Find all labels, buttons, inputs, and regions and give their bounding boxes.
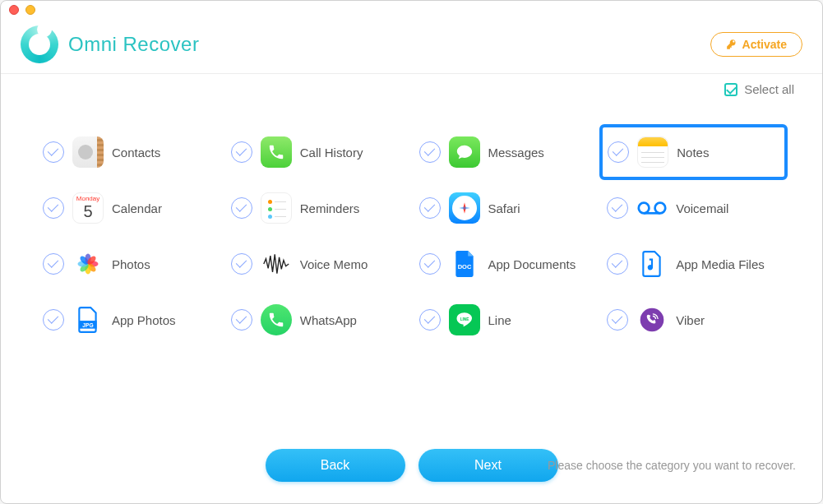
calendar-num: 5 xyxy=(83,202,92,220)
category-callhistory[interactable]: Call History xyxy=(224,124,412,180)
category-appmedia[interactable]: App Media Files xyxy=(599,236,788,292)
logo: Omni Recover xyxy=(21,25,199,63)
notes-icon xyxy=(637,136,668,168)
check-icon xyxy=(43,253,64,275)
category-label: WhatsApp xyxy=(300,313,357,327)
category-label: Reminders xyxy=(300,201,360,215)
category-label: App Documents xyxy=(488,257,576,271)
close-window-button[interactable] xyxy=(9,5,19,15)
activate-button[interactable]: Activate xyxy=(710,32,802,57)
check-icon xyxy=(419,197,441,219)
viber-icon xyxy=(636,304,668,335)
category-label: Call History xyxy=(300,146,363,160)
svg-text:JPG: JPG xyxy=(82,322,93,328)
category-label: App Media Files xyxy=(676,257,765,271)
category-contacts[interactable]: Contacts xyxy=(35,124,224,180)
category-viber[interactable]: Viber xyxy=(599,292,788,348)
category-reminders[interactable]: Reminders xyxy=(224,180,412,236)
svg-text:LINE: LINE xyxy=(460,317,469,321)
voicemail-icon xyxy=(636,192,668,224)
messages-icon xyxy=(449,136,480,168)
back-button[interactable]: Back xyxy=(266,449,405,482)
activate-label: Activate xyxy=(742,38,787,51)
category-safari[interactable]: Safari xyxy=(412,180,600,236)
check-icon xyxy=(607,309,628,331)
check-icon xyxy=(231,309,252,331)
svg-marker-1 xyxy=(459,206,469,209)
category-label: Line xyxy=(488,313,511,327)
check-icon xyxy=(607,253,628,275)
key-icon xyxy=(726,39,737,50)
category-line[interactable]: LINE Line xyxy=(412,292,600,348)
category-label: Safari xyxy=(488,201,520,215)
category-label: Viber xyxy=(676,313,705,327)
category-voicemail[interactable]: Voicemail xyxy=(599,180,788,236)
check-icon xyxy=(231,253,252,275)
window-titlebar xyxy=(1,1,822,19)
category-label: App Photos xyxy=(112,313,176,327)
category-label: Photos xyxy=(112,257,150,271)
app-window: Omni Recover Activate Select all Contact… xyxy=(0,0,823,504)
minimize-window-button[interactable] xyxy=(25,5,35,15)
doc-icon: DOC xyxy=(449,248,480,280)
check-icon xyxy=(419,141,441,163)
category-label: Calendar xyxy=(112,201,162,215)
category-label: Messages xyxy=(488,146,544,160)
safari-icon xyxy=(449,192,480,224)
footer-hint: Please choose the category you want to r… xyxy=(548,459,796,472)
svg-point-3 xyxy=(655,203,666,214)
category-voicememo[interactable]: Voice Memo xyxy=(224,236,412,292)
app-title: Omni Recover xyxy=(68,33,199,56)
category-notes[interactable]: Notes xyxy=(599,124,788,180)
category-appdocs[interactable]: DOC App Documents xyxy=(412,236,600,292)
category-calendar[interactable]: Monday 5 Calendar xyxy=(35,180,224,236)
whatsapp-icon xyxy=(261,304,292,335)
check-icon xyxy=(231,141,252,163)
category-label: Voicemail xyxy=(676,201,728,215)
category-whatsapp[interactable]: WhatsApp xyxy=(224,292,412,348)
check-icon xyxy=(231,197,252,219)
check-icon xyxy=(607,197,628,219)
calendar-icon: Monday 5 xyxy=(72,192,104,224)
check-icon xyxy=(419,309,441,331)
check-icon xyxy=(43,309,64,331)
line-icon: LINE xyxy=(449,304,480,335)
category-grid: Contacts Call History Messages Notes Mon… xyxy=(1,99,822,436)
next-button[interactable]: Next xyxy=(418,449,558,482)
category-label: Notes xyxy=(677,146,709,160)
music-file-icon xyxy=(636,248,668,280)
photos-icon xyxy=(72,248,104,280)
phone-icon xyxy=(261,136,292,168)
check-icon xyxy=(419,253,441,275)
svg-point-2 xyxy=(639,203,650,214)
calendar-day: Monday xyxy=(76,196,99,203)
check-icon xyxy=(608,141,629,163)
check-icon xyxy=(43,141,64,163)
jpg-file-icon: JPG xyxy=(72,304,104,335)
checkbox-icon xyxy=(724,83,737,96)
contacts-icon xyxy=(72,136,104,168)
category-appphotos[interactable]: JPG App Photos xyxy=(35,292,224,348)
svg-point-17 xyxy=(640,308,664,332)
check-icon xyxy=(43,197,64,219)
toolbar: Select all xyxy=(1,74,822,99)
svg-text:DOC: DOC xyxy=(457,263,471,270)
category-label: Contacts xyxy=(112,146,160,160)
category-messages[interactable]: Messages xyxy=(412,124,600,180)
header: Omni Recover Activate xyxy=(1,19,822,74)
category-photos[interactable]: Photos xyxy=(35,236,224,292)
logo-icon xyxy=(21,25,58,63)
footer: Back Next Please choose the category you… xyxy=(1,436,822,503)
select-all-label: Select all xyxy=(744,82,794,96)
waveform-icon xyxy=(261,248,292,280)
reminders-icon xyxy=(261,192,292,224)
category-label: Voice Memo xyxy=(300,257,368,271)
select-all-toggle[interactable]: Select all xyxy=(724,82,794,96)
